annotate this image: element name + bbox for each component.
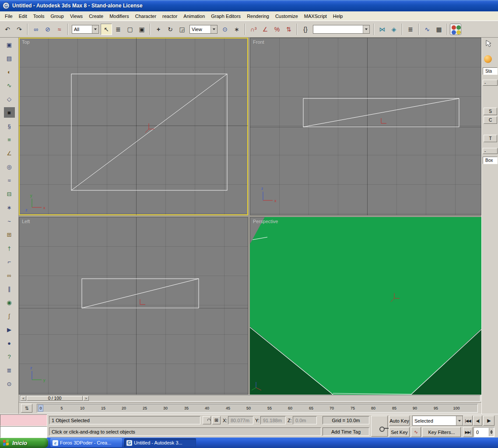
menu-create[interactable]: Create [86, 12, 106, 20]
title-bar[interactable]: G Untitled - Autodesk 3ds Max 8 - Stand-… [0, 0, 498, 11]
align-icon[interactable]: ◈ [388, 24, 400, 35]
name-color-rollout[interactable]: - [483, 148, 498, 154]
menu-edit[interactable]: Edit [16, 12, 30, 20]
viewport-top-canvas[interactable]: y x z [19, 38, 248, 215]
reactor-deforming-mesh-icon[interactable]: ◇ [4, 94, 15, 104]
select-and-rotate-icon[interactable]: ↻ [165, 24, 176, 35]
curve-editor-icon[interactable]: ∿ [421, 24, 433, 35]
menu-modifiers[interactable]: Modifiers [106, 12, 132, 20]
menu-character[interactable]: Character [132, 12, 159, 20]
reactor-fracture-icon[interactable]: ∗ [4, 202, 15, 213]
previous-frame-icon[interactable]: ◀| [473, 416, 482, 426]
reactor-wind-icon[interactable]: ≈ [4, 175, 15, 186]
maxscript-mini-listener[interactable] [0, 426, 47, 438]
undo-icon[interactable]: ↶ [2, 24, 13, 35]
chevron-down-icon[interactable] [210, 25, 217, 33]
menu-maxscript[interactable]: MAXScript [301, 12, 330, 20]
material-editor-icon[interactable] [450, 24, 461, 35]
current-frame-field[interactable]: 0 [473, 427, 494, 437]
taskbar-task-3dsmax[interactable]: G Untitled - Autodesk 3... [124, 438, 196, 447]
reactor-create-animation-icon[interactable]: ● [4, 338, 15, 348]
absolute-mode-toggle[interactable]: ⊞ [212, 416, 221, 424]
reactor-toy-car-icon[interactable]: ⊟ [4, 189, 15, 199]
selection-filter-dropdown[interactable]: All [72, 25, 99, 34]
box-object-shaded[interactable] [250, 217, 481, 395]
redo-icon[interactable]: ↷ [14, 24, 25, 35]
go-to-end-icon[interactable]: ▶▶| [463, 427, 473, 437]
go-to-start-icon[interactable]: |◀◀ [463, 416, 473, 426]
rectangular-selection-region-icon[interactable]: ▢ [124, 24, 136, 35]
set-keys-button[interactable] [371, 416, 388, 437]
time-slider-next-icon[interactable]: > [83, 396, 89, 401]
menu-views[interactable]: Views [67, 12, 86, 20]
named-selection-sets-dropdown[interactable] [313, 25, 370, 34]
reactor-water-icon[interactable]: ~ [4, 216, 15, 226]
time-slider-track[interactable]: < 0 / 100 > [20, 395, 480, 402]
y-coordinate-field[interactable]: 91.188m [260, 416, 286, 424]
frame-spinner[interactable] [489, 428, 494, 436]
box-object-wireframe[interactable] [71, 74, 227, 190]
primitive-category-dropdown[interactable]: Sta [483, 67, 498, 75]
x-coordinate-field[interactable]: 80.077m [228, 416, 253, 424]
reactor-point-point-constraint-icon[interactable]: ∞ [4, 270, 15, 280]
bind-to-space-warp-icon[interactable]: ≈ [54, 24, 65, 35]
reactor-car-wheel-constraint-icon[interactable]: ◉ [4, 297, 15, 308]
reactor-cloth-collection-icon[interactable]: ▤ [4, 53, 15, 63]
start-button[interactable]: Inicio [0, 438, 48, 448]
menu-animation[interactable]: Animation [180, 12, 208, 20]
object-type-rollout[interactable]: - [483, 80, 498, 86]
viewport-left-canvas[interactable]: z y [19, 217, 248, 395]
add-time-tag[interactable]: Add Time Tag [323, 427, 369, 436]
schematic-view-icon[interactable]: ▦ [433, 24, 445, 35]
chevron-down-icon[interactable] [363, 25, 369, 33]
reactor-preview-animation-icon[interactable]: ▶ [4, 324, 15, 335]
layer-manager-icon[interactable]: ≣ [405, 24, 416, 35]
taskbar-task-browser[interactable]: e Foros 3DPoder - Crea... [50, 438, 122, 447]
track-bar-ruler[interactable]: 0 5 10 15 20 25 30 35 40 45 50 55 60 65 … [37, 404, 478, 413]
snaps-toggle-icon[interactable]: ∩³ [248, 24, 259, 35]
reference-coordinate-system-dropdown[interactable]: View [189, 25, 217, 34]
menu-graph-editors[interactable]: Graph Editors [208, 12, 244, 20]
menu-rendering[interactable]: Rendering [244, 12, 272, 20]
viewport-left[interactable]: Left z [19, 217, 248, 395]
viewport-front-canvas[interactable]: z x [250, 38, 481, 215]
geometry-category-icon[interactable] [484, 55, 492, 63]
edit-named-selection-sets-icon[interactable]: {} [300, 24, 311, 35]
reactor-motor-icon[interactable]: ◎ [4, 161, 15, 172]
create-tab-icon[interactable] [485, 40, 492, 48]
viewport-top[interactable]: Top y [19, 38, 248, 215]
selection-set-dropdown[interactable]: Selected [412, 416, 463, 426]
angle-snap-toggle-icon[interactable]: ∠ [260, 24, 271, 35]
reactor-spring-icon[interactable]: § [4, 121, 15, 131]
chevron-down-icon[interactable] [92, 25, 98, 33]
reactor-point-path-constraint-icon[interactable]: ∫ [4, 311, 15, 321]
select-and-scale-icon[interactable]: ◲ [176, 24, 188, 35]
reactor-hinge-constraint-icon[interactable]: ⌐ [4, 256, 15, 267]
reactor-rigid-body-collection-icon[interactable]: ▣ [4, 39, 15, 50]
reactor-rope-collection-icon[interactable]: ∿ [4, 80, 15, 91]
chevron-down-icon[interactable] [456, 416, 463, 425]
play-animation-icon[interactable]: ▶ [483, 416, 494, 426]
unlink-selection-icon[interactable]: ⊘ [42, 24, 53, 35]
select-and-link-icon[interactable]: ∞ [30, 24, 42, 35]
menu-tools[interactable]: Tools [30, 12, 48, 20]
auto-key-button[interactable]: Auto Key [389, 416, 410, 426]
reactor-linear-dashpot-icon[interactable]: ≡ [4, 134, 15, 145]
viewport-front[interactable]: Front z [250, 38, 481, 215]
default-in-out-tangents-icon[interactable]: ∿ [411, 427, 421, 437]
primitive-button[interactable]: S [484, 108, 497, 115]
reactor-constraint-solver-icon[interactable]: ⊞ [4, 229, 15, 240]
time-slider-prev-icon[interactable]: < [21, 396, 26, 401]
reactor-utils-icon[interactable]: ⊙ [4, 378, 15, 389]
key-filters-button[interactable]: Key Filters... [422, 427, 461, 437]
window-crossing-icon[interactable]: ▣ [136, 24, 147, 35]
menu-file[interactable]: File [2, 12, 16, 20]
object-name-field[interactable]: Box [483, 157, 498, 164]
primitive-button[interactable]: T [484, 135, 497, 142]
primitive-button[interactable]: C [484, 116, 497, 124]
percent-snap-toggle-icon[interactable]: % [271, 24, 283, 35]
reactor-prismatic-constraint-icon[interactable]: ∥ [4, 284, 15, 294]
menu-help[interactable]: Help [330, 12, 346, 20]
mini-curve-editor-icon[interactable]: ⇅ [21, 404, 32, 413]
reactor-plane-icon[interactable]: ■ [4, 107, 15, 118]
